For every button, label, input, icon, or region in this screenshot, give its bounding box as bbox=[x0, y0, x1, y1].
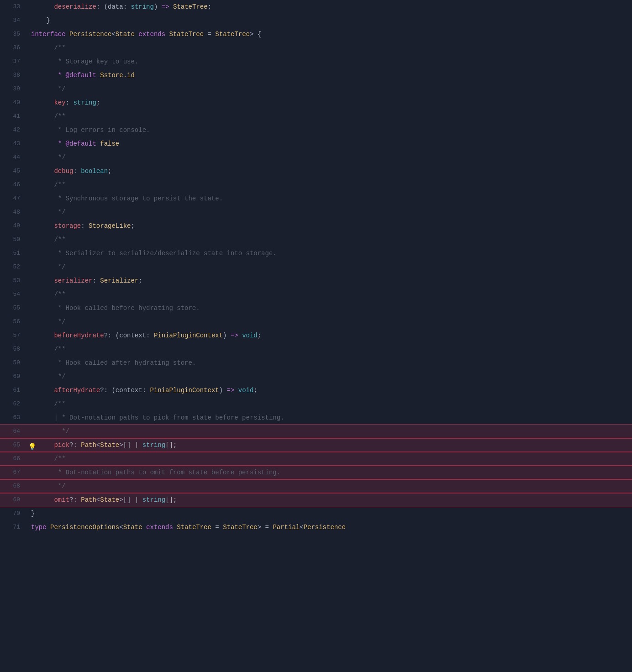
code-line: 61 afterHydrate?: (context: PiniaPluginC… bbox=[0, 383, 632, 397]
line-content: * @default false bbox=[27, 137, 632, 151]
line-content: } bbox=[27, 14, 632, 27]
code-line: 56 */ bbox=[0, 315, 632, 329]
code-line: 41 /** bbox=[0, 110, 632, 123]
line-number: 33 bbox=[0, 0, 27, 14]
code-line: 55 * Hook called before hydrating store. bbox=[0, 301, 632, 315]
line-content: * Storage key to use. bbox=[27, 55, 632, 68]
line-number: 41 bbox=[0, 110, 27, 123]
line-number: 34 bbox=[0, 14, 27, 27]
code-line: 66 /** bbox=[0, 452, 632, 466]
code-line: 64 */ bbox=[0, 425, 632, 438]
line-number: 62 bbox=[0, 397, 27, 411]
line-content: * Serializer to serialize/deserialize st… bbox=[27, 247, 632, 260]
code-line: 46 /** bbox=[0, 178, 632, 192]
line-number: 69 bbox=[0, 493, 27, 507]
line-number: 52 bbox=[0, 260, 27, 274]
line-content: debug: boolean; bbox=[27, 164, 632, 178]
line-number: 66 bbox=[0, 452, 27, 466]
code-line: 63 | * Dot-notation paths to pick from s… bbox=[0, 411, 632, 425]
line-content: * Hook called before hydrating store. bbox=[27, 301, 632, 315]
line-number: 53 bbox=[0, 274, 27, 288]
code-line: 53 serializer: Serializer; bbox=[0, 274, 632, 288]
line-number: 43 bbox=[0, 137, 27, 151]
line-number: 63 bbox=[0, 411, 27, 425]
code-line: 50 /** bbox=[0, 233, 632, 247]
line-content: * @default $store.id bbox=[27, 68, 632, 82]
line-content: * Dot-notation paths to omit from state … bbox=[27, 466, 632, 479]
code-line: 67 * Dot-notation paths to omit from sta… bbox=[0, 466, 632, 479]
line-content: * Hook called after hydrating store. bbox=[27, 356, 632, 370]
line-content: } bbox=[27, 507, 632, 520]
line-content: */ bbox=[27, 82, 632, 96]
line-number: 71 bbox=[0, 520, 27, 534]
line-number: 54 bbox=[0, 288, 27, 301]
code-line: 65💡 pick?: Path<State>[] | string[]; bbox=[0, 438, 632, 452]
line-content: serializer: Serializer; bbox=[27, 274, 632, 288]
code-line: 51 * Serializer to serialize/deserialize… bbox=[0, 247, 632, 260]
line-content: deserialize: (data: string) => StateTree… bbox=[27, 0, 632, 14]
line-content: */ bbox=[27, 205, 632, 219]
code-line: 43 * @default false bbox=[0, 137, 632, 151]
code-line: 35interface Persistence<State extends St… bbox=[0, 27, 632, 41]
line-number: 65 bbox=[0, 438, 27, 452]
line-content: /** bbox=[27, 342, 632, 356]
line-content: */ bbox=[27, 479, 632, 493]
line-number: 38 bbox=[0, 68, 27, 82]
line-content: /** bbox=[27, 41, 632, 55]
code-line: 33 deserialize: (data: string) => StateT… bbox=[0, 0, 632, 14]
line-number: 61 bbox=[0, 383, 27, 397]
line-number: 51 bbox=[0, 247, 27, 260]
line-number: 56 bbox=[0, 315, 27, 329]
line-number: 47 bbox=[0, 192, 27, 205]
line-content: * Log errors in console. bbox=[27, 123, 632, 137]
line-content: /** bbox=[27, 110, 632, 123]
line-number: 67 bbox=[0, 466, 27, 479]
code-line: 39 */ bbox=[0, 82, 632, 96]
line-content: /** bbox=[27, 178, 632, 192]
code-line: 62 /** bbox=[0, 397, 632, 411]
line-number: 40 bbox=[0, 96, 27, 110]
line-content: /** bbox=[27, 288, 632, 301]
line-content: /** bbox=[27, 452, 632, 466]
line-number: 68 bbox=[0, 479, 27, 493]
line-number: 46 bbox=[0, 178, 27, 192]
code-line: 52 */ bbox=[0, 260, 632, 274]
line-number: 57 bbox=[0, 329, 27, 342]
line-number: 58 bbox=[0, 342, 27, 356]
line-content: omit?: Path<State>[] | string[]; bbox=[27, 493, 632, 507]
line-number: 60 bbox=[0, 370, 27, 383]
line-number: 59 bbox=[0, 356, 27, 370]
line-content: | * Dot-notation paths to pick from stat… bbox=[27, 411, 632, 425]
line-number: 42 bbox=[0, 123, 27, 137]
code-line: 45 debug: boolean; bbox=[0, 164, 632, 178]
code-line: 48 */ bbox=[0, 205, 632, 219]
line-number: 50 bbox=[0, 233, 27, 247]
line-number: 36 bbox=[0, 41, 27, 55]
line-number: 70 bbox=[0, 507, 27, 520]
line-number: 44 bbox=[0, 151, 27, 164]
code-line: 42 * Log errors in console. bbox=[0, 123, 632, 137]
code-line: 40 key: string; bbox=[0, 96, 632, 110]
line-content: */ bbox=[27, 315, 632, 329]
code-line: 70} bbox=[0, 507, 632, 520]
line-content: /** bbox=[27, 397, 632, 411]
line-content: type PersistenceOptions<State extends St… bbox=[27, 520, 632, 534]
line-content: pick?: Path<State>[] | string[]; bbox=[27, 438, 632, 452]
code-editor: 33 deserialize: (data: string) => StateT… bbox=[0, 0, 632, 672]
line-content: afterHydrate?: (context: PiniaPluginCont… bbox=[27, 383, 632, 397]
code-line: 34 } bbox=[0, 14, 632, 27]
line-number: 35 bbox=[0, 27, 27, 41]
line-number: 55 bbox=[0, 301, 27, 315]
line-content: key: string; bbox=[27, 96, 632, 110]
line-content: */ bbox=[27, 370, 632, 383]
code-line: 57 beforeHydrate?: (context: PiniaPlugin… bbox=[0, 329, 632, 342]
line-content: */ bbox=[27, 260, 632, 274]
line-number: 39 bbox=[0, 82, 27, 96]
code-line: 71type PersistenceOptions<State extends … bbox=[0, 520, 632, 534]
code-line: 60 */ bbox=[0, 370, 632, 383]
line-content: storage: StorageLike; bbox=[27, 219, 632, 233]
code-line: 49 storage: StorageLike; bbox=[0, 219, 632, 233]
code-line: 36 /** bbox=[0, 41, 632, 55]
code-line: 59 * Hook called after hydrating store. bbox=[0, 356, 632, 370]
code-line: 44 */ bbox=[0, 151, 632, 164]
